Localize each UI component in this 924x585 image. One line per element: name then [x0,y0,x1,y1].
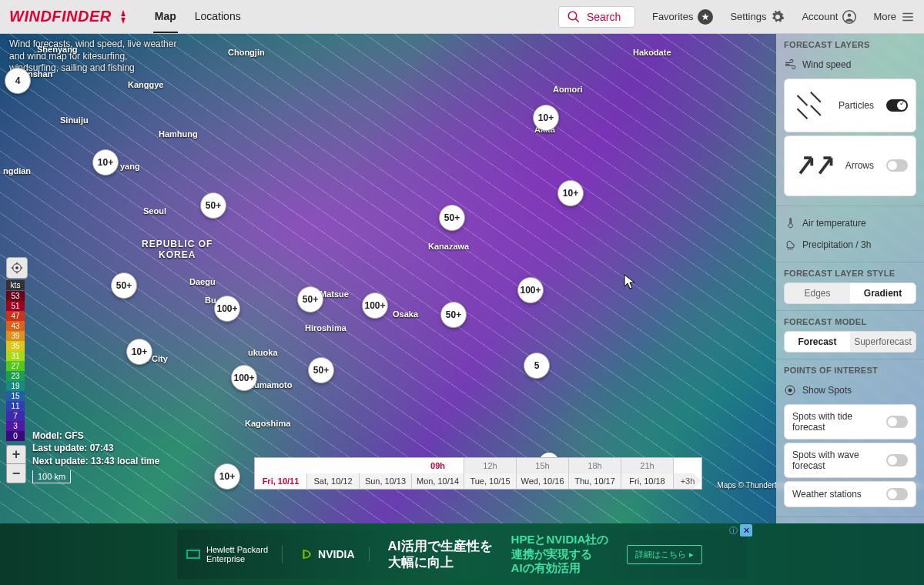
timeline-date[interactable]: Fri, 10/18 [621,473,674,489]
city-label: Kanggye [128,80,163,89]
spot-cluster-marker[interactable]: 100+ [362,292,388,319]
city-label: Chongjin [228,48,265,57]
ad-cta-button[interactable]: 詳細はこちら ▸ [627,545,702,564]
spot-cluster-marker[interactable]: 100+ [214,296,240,322]
scale-step: 27 [6,361,25,371]
model-info: Model: GFS Last update: 07:43 Next updat… [32,430,159,468]
nav-map[interactable]: Map [153,1,178,33]
spot-cluster-marker[interactable]: 100+ [231,365,257,391]
spot-cluster-marker[interactable]: 50+ [440,302,467,328]
toggle-wave-spots[interactable]: Spots with wave forecast [784,443,916,478]
timeline-date[interactable]: Wed, 10/16 [517,473,569,489]
svg-point-3 [848,13,852,17]
scale-step: 23 [6,371,25,381]
thermometer-icon [784,217,796,229]
timeline-step-forward[interactable]: +3h [674,473,701,489]
style-edges[interactable]: Edges [785,283,850,303]
timeline-date[interactable]: Sun, 10/13 [360,473,412,489]
logo-icon [115,8,132,25]
wind-icon [784,58,796,71]
ad-headline-2: HPEとNVIDIA社の連携が実現するAIの有効活用 [511,533,609,576]
style-gradient[interactable]: Gradient [850,283,916,303]
timeline-hour[interactable]: 09h [412,458,464,473]
ad-banner[interactable]: ⓘ ✕ Hewlett PackardEnterprise NVIDIA AI活… [0,523,924,585]
particles-icon [792,85,832,125]
spot-cluster-marker[interactable]: 10+ [92,149,119,176]
favorites-button[interactable]: Favorites [652,9,713,25]
city-label: Hiroshima [305,323,346,333]
city-label: Osaka [393,309,418,319]
scale-step: 43 [6,321,25,331]
zoom-in-button[interactable]: + [7,446,25,464]
scale-step: 7 [6,411,25,421]
toggle-switch-icon [886,159,908,172]
toggle-switch-icon [886,99,908,112]
layers-panel[interactable]: FORECAST LAYERS Wind speed Particles Arr… [776,34,924,523]
scale-step: 47 [6,311,25,321]
settings-button[interactable]: Settings [730,10,785,24]
spot-cluster-marker[interactable]: 50+ [439,205,465,231]
region-label: REPUBLIC OFKOREA [142,239,213,260]
logo[interactable]: WINDFINDER [9,8,132,25]
timeline-hour[interactable]: 15h [517,458,569,473]
timeline-date[interactable]: Tue, 10/15 [464,473,517,489]
svg-point-7 [788,389,792,392]
timeline-hour[interactable]: 18h [569,458,621,473]
zoom-out-button[interactable]: − [7,464,25,483]
spot-cluster-marker[interactable]: 10+ [533,105,559,131]
city-label: Shenyang [37,45,78,54]
search-label: Search [587,11,621,23]
gear-icon [771,10,785,24]
spot-cluster-marker[interactable]: 50+ [297,286,323,313]
model-forecast[interactable]: Forecast [785,332,850,352]
timeline-date[interactable]: Thu, 10/17 [569,473,621,489]
spot-cluster-marker[interactable]: 10+ [214,463,240,490]
spot-cluster-marker[interactable]: 50+ [200,192,226,219]
spot-cluster-marker[interactable]: 50+ [308,357,334,383]
spot-cluster-marker[interactable]: 4 [5,68,31,94]
spot-cluster-marker[interactable]: 50+ [111,272,137,299]
toggle-tide-spots[interactable]: Spots with tide forecast [784,404,916,440]
style-segmented: Edges Gradient [784,282,916,304]
ad-info-icon[interactable]: ⓘ [727,524,739,537]
toggle-arrows[interactable]: Arrows [784,135,916,196]
spot-cluster-marker[interactable]: 5 [524,353,550,379]
toggle-particles[interactable]: Particles [784,79,916,132]
layer-air-temperature[interactable]: Air temperature [784,212,916,234]
svg-point-0 [568,12,577,20]
layer-wind-speed[interactable]: Wind speed [784,54,916,75]
svg-line-1 [575,18,579,22]
ad-close-button[interactable]: ✕ [740,524,752,537]
locate-me-button[interactable] [6,257,28,279]
ad-brand-nvidia: NVIDIA [301,547,369,561]
toggle-weather-stations[interactable]: Weather stations [784,481,916,507]
search-button[interactable]: Search [558,6,635,28]
model-segmented: Forecast Superforecast [784,331,916,353]
nav-locations[interactable]: Locations [193,1,243,33]
model-superforecast[interactable]: Superforecast [850,332,916,352]
account-button[interactable]: Account [802,10,856,24]
primary-nav: Map Locations [153,1,243,33]
city-label: Kanazawa [428,242,469,251]
timeline-hour[interactable]: 21h [621,458,674,473]
more-button[interactable]: More [873,10,915,24]
crosshair-icon [11,262,23,274]
pin-icon [784,384,796,396]
timeline-date[interactable]: Sat, 10/12 [307,473,360,489]
spot-cluster-marker[interactable]: 10+ [126,339,152,365]
scale-step: 35 [6,341,25,351]
spot-cluster-marker[interactable]: 100+ [517,277,544,303]
ad-headline-1: AI活用で生産性を大幅に向上 [388,538,493,571]
city-label: Kagoshima [245,419,290,428]
spot-cluster-marker[interactable]: 10+ [557,180,584,206]
timeline-date[interactable]: Mon, 10/14 [412,473,464,489]
logo-text: WINDFINDER [9,8,112,25]
layer-precipitation[interactable]: Precipitation / 3h [784,234,916,256]
city-label: Hamhung [159,129,198,139]
timeline-date[interactable]: Fri, 10/11 [255,473,307,489]
scale-step: 39 [6,331,25,341]
toggle-show-spots[interactable]: Show Spots [784,379,916,401]
forecast-timeline: 09h12h15h18h21h Fri, 10/11Sat, 10/12Sun,… [254,457,702,490]
nvidia-icon [301,547,315,561]
timeline-hour[interactable]: 12h [464,458,517,473]
